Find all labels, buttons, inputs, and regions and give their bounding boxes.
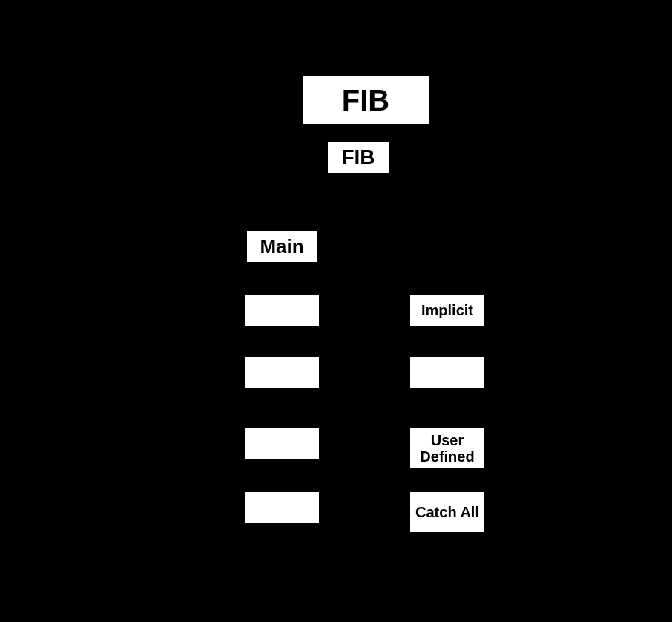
right-slot-catch-all: Catch All [409,491,485,533]
right-slot-user-defined: User Defined [409,428,485,469]
left-slot-1 [244,356,320,389]
fib-mid-node: FIB [327,141,389,174]
left-slot-0 [244,294,320,327]
main-node: Main [246,230,317,263]
right-slot-implicit: Implicit [409,294,485,327]
right-slot-1 [409,356,485,389]
left-slot-2 [244,428,320,460]
fib-top-node: FIB [302,76,429,125]
left-slot-3 [244,491,320,524]
